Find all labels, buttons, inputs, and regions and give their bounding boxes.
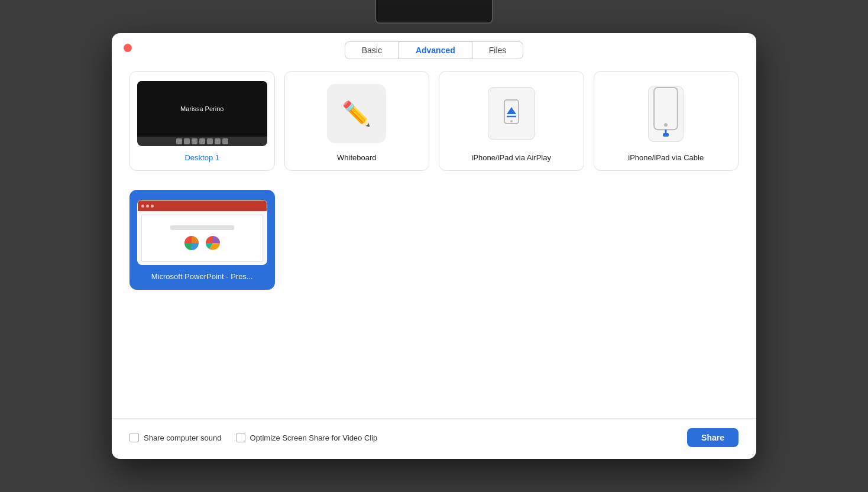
share-sound-checkbox-row[interactable]: Share computer sound xyxy=(129,433,222,442)
ppt-preview xyxy=(137,200,267,265)
dock-icon xyxy=(184,138,190,144)
cable-preview xyxy=(601,81,731,146)
desktop-screen: Marissa Perino xyxy=(137,81,267,137)
whiteboard-preview: ✏️ xyxy=(292,81,422,146)
share-sound-label: Share computer sound xyxy=(144,433,222,442)
tab-basic[interactable]: Basic xyxy=(345,41,399,59)
ppt-title xyxy=(170,225,234,230)
iphone-cable-icon xyxy=(648,86,684,142)
share-grid-row2: Microsoft PowerPoint - Pres... xyxy=(129,190,739,290)
desktop1-label: Desktop 1 xyxy=(184,153,219,162)
modal-dialog: Basic Advanced Files Marissa Perino xyxy=(112,33,756,459)
share-item-cable[interactable]: iPhone/iPad via Cable xyxy=(594,71,739,171)
svg-point-1 xyxy=(510,120,513,122)
tab-files[interactable]: Files xyxy=(472,41,524,59)
ppt-chart2 xyxy=(205,235,221,251)
iphone-airplay-icon xyxy=(488,87,535,140)
desktop-preview-wrapper: Marissa Perino xyxy=(137,81,267,146)
ppt-top-bar xyxy=(138,200,267,211)
ppt-content xyxy=(183,235,221,251)
desktop-dock xyxy=(137,137,267,146)
svg-point-5 xyxy=(664,123,668,127)
cable-label: iPhone/iPad via Cable xyxy=(628,153,704,162)
dock-icon xyxy=(207,138,213,144)
ppt-dot xyxy=(141,205,144,208)
share-sound-checkbox[interactable] xyxy=(129,433,139,442)
desktop-user-name: Marissa Perino xyxy=(180,105,224,112)
optimize-label: Optimize Screen Share for Video Clip xyxy=(250,433,378,442)
dock-icon xyxy=(176,138,182,144)
tab-bar: Basic Advanced Files xyxy=(112,33,756,59)
share-item-whiteboard[interactable]: ✏️ Whiteboard xyxy=(284,71,430,171)
share-button[interactable]: Share xyxy=(687,428,739,447)
footer: Share computer sound Optimize Screen Sha… xyxy=(112,418,756,459)
share-item-desktop1[interactable]: Marissa Perino Desktop 1 xyxy=(129,71,275,171)
optimize-checkbox-row[interactable]: Optimize Screen Share for Video Clip xyxy=(236,433,378,442)
svg-marker-2 xyxy=(507,107,516,114)
ppt-body xyxy=(138,211,267,265)
airplay-label: iPhone/iPad via AirPlay xyxy=(472,153,551,162)
whiteboard-icon-bg: ✏️ xyxy=(327,84,386,143)
pencil-icon: ✏️ xyxy=(342,100,371,128)
dock-icon xyxy=(222,138,228,144)
desktop-preview: Marissa Perino xyxy=(137,81,267,146)
share-grid-row1: Marissa Perino Desktop 1 xyxy=(129,71,739,180)
ppt-dot xyxy=(146,205,149,208)
traffic-lights xyxy=(124,44,132,52)
ppt-slide xyxy=(141,215,263,262)
whiteboard-label: Whiteboard xyxy=(337,153,376,162)
tab-advanced[interactable]: Advanced xyxy=(399,41,472,59)
dock-icon xyxy=(215,138,221,144)
top-hint xyxy=(375,0,493,24)
ppt-label: Microsoft PowerPoint - Pres... xyxy=(151,272,253,281)
content-area: Marissa Perino Desktop 1 xyxy=(112,59,756,418)
share-item-powerpoint[interactable]: Microsoft PowerPoint - Pres... xyxy=(129,190,275,290)
svg-rect-7 xyxy=(663,133,669,137)
airplay-preview xyxy=(446,81,576,146)
ppt-preview-wrapper xyxy=(137,200,267,265)
ppt-chart1 xyxy=(183,235,200,251)
share-item-airplay[interactable]: iPhone/iPad via AirPlay xyxy=(439,71,584,171)
airplay-svg xyxy=(500,99,523,128)
optimize-checkbox[interactable] xyxy=(236,433,245,442)
dock-icon xyxy=(199,138,205,144)
close-button[interactable] xyxy=(124,44,132,52)
ppt-dot xyxy=(151,205,154,208)
cable-svg xyxy=(651,86,681,138)
dock-icon xyxy=(192,138,197,144)
